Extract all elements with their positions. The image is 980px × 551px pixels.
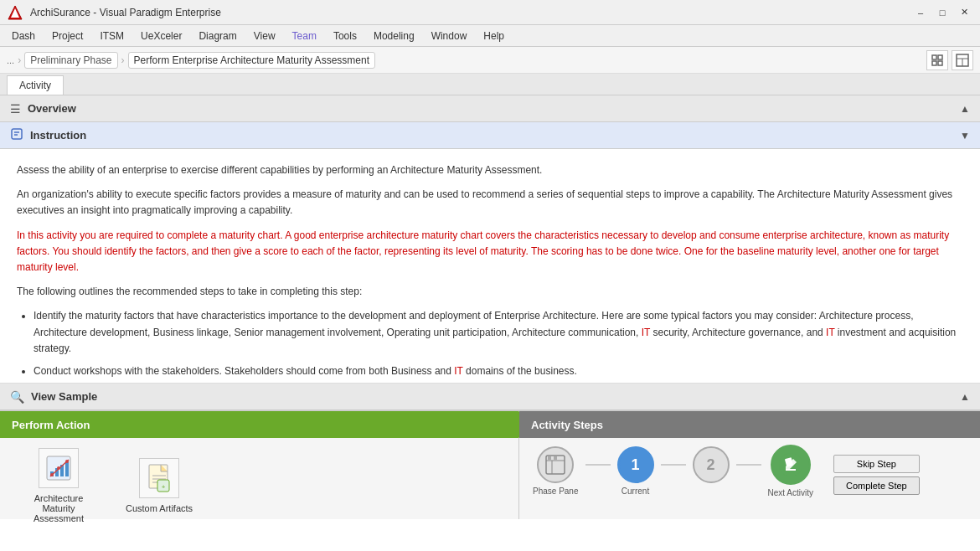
step-phase-pane: Phase Pane [533,446,579,496]
svg-point-18 [50,473,54,476]
breadcrumb: ... › Preliminary Phase › Perform Enterp… [7,52,926,69]
app-logo [7,4,23,21]
svg-rect-31 [554,456,557,460]
instruction-para-3-highlight: In this activity you are required to com… [17,228,963,276]
breadcrumb-grid-icon[interactable] [926,50,948,70]
breadcrumb-arrow-1: › [18,54,21,66]
step-connector-1 [585,464,611,466]
step-next-activity-label: Next Activity [768,488,813,497]
step-current-label: Current [622,487,649,496]
artifact-custom[interactable]: + Custom Artifacts [126,458,193,513]
maximize-button[interactable]: □ [933,4,952,21]
perform-action-content: Architecture Maturity Assessment [0,438,518,533]
step-buttons: Skip Step Complete Step [833,455,920,495]
activity-steps-title: Activity Steps [531,419,603,431]
perform-action-title: Perform Action [12,419,90,431]
activity-steps-content: Phase Pane 1 Current 2 [519,438,980,504]
perform-action-header: Perform Action [0,411,518,438]
instruction-bullets: Identify the maturity factors that have … [17,308,963,379]
svg-rect-9 [12,129,22,139]
activity-steps-header: Activity Steps [519,411,980,438]
view-sample-title: View Sample [31,390,97,403]
step-phase-pane-label: Phase Pane [533,487,579,496]
close-button[interactable]: ✕ [955,4,973,21]
breadcrumb-bar: ... › Preliminary Phase › Perform Enterp… [0,47,980,74]
step-current-number: 1 [631,456,639,474]
menu-project[interactable]: Project [44,27,91,45]
activity-steps-panel: Activity Steps Phase Pane [519,411,980,519]
svg-text:+: + [162,483,166,491]
app-title: ArchiSurance - Visual Paradigm Enterpris… [30,7,911,18]
menu-tools[interactable]: Tools [325,27,365,45]
step-connector-2 [661,464,686,466]
svg-rect-16 [65,461,69,476]
menu-diagram[interactable]: Diagram [190,27,245,45]
overview-menu-icon: ☰ [10,102,21,116]
svg-rect-3 [938,55,942,59]
skip-step-button[interactable]: Skip Step [833,455,920,473]
custom-artifacts-label: Custom Artifacts [126,503,193,513]
breadcrumb-current[interactable]: Perform Enterprise Architecture Maturity… [128,52,375,69]
breadcrumb-icons [926,50,973,70]
instruction-bullet-2: Conduct workshops with the stakeholders.… [34,363,963,379]
instruction-steps-intro: The following outlines the recommended s… [17,284,963,300]
instruction-content: Assess the ability of an enterprise to e… [0,149,980,384]
bottom-panel: Perform Action [0,410,980,519]
instruction-icon [10,127,23,143]
instruction-bullet-1: Identify the maturity factors that have … [34,308,963,357]
breadcrumb-dots[interactable]: ... [7,55,14,65]
breadcrumb-layout-icon[interactable] [952,50,973,70]
step-next-number: 2 [706,456,714,474]
svg-point-19 [57,466,60,470]
overview-header[interactable]: ☰ Overview ▲ [0,95,980,122]
custom-artifacts-icon: + [139,458,179,498]
titlebar: ArchiSurance - Visual Paradigm Enterpris… [0,0,980,25]
perform-action-panel: Perform Action [0,411,519,519]
minimize-button[interactable]: – [911,4,930,21]
overview-chevron: ▲ [960,103,970,115]
menu-view[interactable]: View [245,27,284,45]
svg-rect-4 [932,61,936,65]
arch-maturity-icon [39,448,79,488]
activity-tab-bar: Activity [0,74,980,95]
main-content: ☰ Overview ▲ Instruction ▼ Assess the ab… [0,95,980,551]
arch-maturity-label: Architecture Maturity Assessment [17,493,101,523]
svg-rect-5 [938,61,942,65]
step-next-label [709,487,712,496]
step-current: 1 Current [617,446,654,496]
tab-activity[interactable]: Activity [7,75,64,95]
menu-team[interactable]: Team [284,27,325,45]
menu-itsm[interactable]: ITSM [91,27,132,45]
step-next-circle: 2 [693,446,730,483]
view-sample-chevron: ▲ [960,391,970,403]
svg-point-20 [65,460,69,463]
instruction-para-1: Assess the ability of an enterprise to e… [17,162,963,178]
breadcrumb-arrow-2: › [121,54,125,66]
instruction-para-2: An organization's ability to execute spe… [17,187,963,219]
menu-window[interactable]: Window [423,27,476,45]
step-connector-3 [736,464,761,466]
menu-help[interactable]: Help [475,27,513,45]
menu-uexceler[interactable]: UeXceler [132,27,190,45]
menu-dash[interactable]: Dash [3,27,44,45]
artifact-arch-maturity[interactable]: Architecture Maturity Assessment [17,448,101,523]
instruction-title: Instruction [30,129,86,142]
view-sample-search-icon: 🔍 [10,390,24,404]
instruction-header[interactable]: Instruction ▼ [0,122,980,149]
view-sample-header[interactable]: 🔍 View Sample ▲ [0,384,980,410]
window-controls: – □ ✕ [911,4,973,21]
overview-title: Overview [28,102,76,115]
menubar: Dash Project ITSM UeXceler Diagram View … [0,25,980,47]
step-next-activity: Next Activity [768,445,813,497]
instruction-chevron: ▼ [960,130,970,142]
complete-step-button[interactable]: Complete Step [833,476,920,495]
step-phase-pane-circle [537,446,574,483]
step-next-activity-circle [771,445,811,485]
breadcrumb-preliminary[interactable]: Preliminary Phase [24,52,117,69]
svg-rect-2 [932,55,936,59]
menu-modeling[interactable]: Modeling [365,27,423,45]
step-current-circle: 1 [617,446,654,483]
step-next: 2 [693,446,730,496]
svg-rect-30 [548,456,551,460]
